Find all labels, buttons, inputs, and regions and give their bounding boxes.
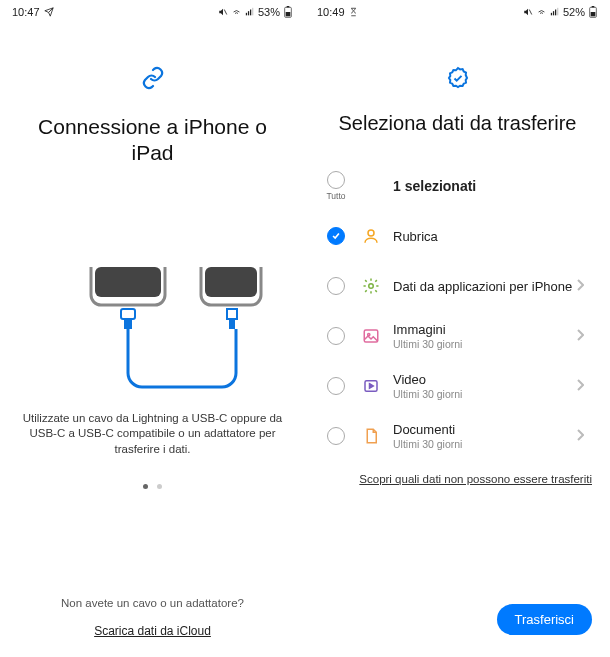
svg-line-14 bbox=[529, 10, 532, 15]
battery-text: 53% bbox=[258, 6, 280, 18]
battery-icon bbox=[588, 6, 598, 18]
selected-count: 1 selezionati bbox=[393, 178, 594, 194]
transfer-button[interactable]: Trasferisci bbox=[497, 604, 592, 635]
screen-connect: 10:47 53% Connessione a iPhone o iPad bbox=[0, 0, 305, 657]
svg-rect-1 bbox=[246, 13, 247, 15]
checkbox-images[interactable] bbox=[327, 327, 345, 345]
svg-rect-12 bbox=[227, 309, 237, 319]
check-badge-icon bbox=[305, 66, 610, 94]
list-item-video[interactable]: Video Ultimi 30 giorni bbox=[305, 361, 610, 411]
wifi-icon bbox=[231, 7, 242, 17]
svg-rect-7 bbox=[286, 12, 291, 16]
svg-rect-21 bbox=[591, 12, 596, 16]
battery-icon bbox=[283, 6, 293, 18]
page-title: Seleziona dati da trasferire bbox=[305, 112, 610, 135]
svg-rect-3 bbox=[250, 10, 251, 16]
document-icon bbox=[353, 427, 389, 445]
svg-point-22 bbox=[368, 230, 374, 236]
data-list: Tutto 1 selezionati Rubrica bbox=[305, 161, 610, 461]
svg-rect-16 bbox=[553, 11, 554, 15]
battery-text: 52% bbox=[563, 6, 585, 18]
send-icon bbox=[44, 7, 54, 17]
list-item-images[interactable]: Immagini Ultimi 30 giorni bbox=[305, 311, 610, 361]
svg-rect-20 bbox=[592, 6, 595, 7]
mute-icon bbox=[523, 7, 533, 17]
item-title: Dati da applicazioni per iPhone bbox=[393, 279, 576, 294]
item-sub: Ultimi 30 giorni bbox=[393, 338, 576, 350]
link-icon bbox=[0, 66, 305, 94]
svg-rect-8 bbox=[95, 267, 161, 297]
video-icon bbox=[353, 377, 389, 395]
page-title: Connessione a iPhone o iPad bbox=[0, 114, 305, 167]
image-icon bbox=[353, 327, 389, 345]
status-bar: 10:47 53% bbox=[0, 0, 305, 24]
svg-point-23 bbox=[369, 284, 374, 289]
gear-icon bbox=[353, 277, 389, 295]
svg-rect-4 bbox=[252, 8, 253, 15]
instruction-text: Utilizzate un cavo da Lightning a USB-C … bbox=[0, 411, 305, 458]
cannot-transfer-link[interactable]: Scopri quali dati non possono essere tra… bbox=[305, 461, 610, 485]
item-title: Immagini bbox=[393, 322, 576, 337]
item-sub: Ultimi 30 giorni bbox=[393, 438, 576, 450]
dot-inactive bbox=[157, 484, 162, 489]
svg-rect-11 bbox=[124, 319, 132, 329]
svg-rect-2 bbox=[248, 11, 249, 15]
item-sub: Ultimi 30 giorni bbox=[393, 388, 576, 400]
signal-icon bbox=[245, 7, 255, 17]
select-all-row: Tutto 1 selezionati bbox=[305, 161, 610, 211]
person-icon bbox=[353, 227, 389, 245]
checkbox-video[interactable] bbox=[327, 377, 345, 395]
page-dots bbox=[0, 475, 305, 493]
timer-icon bbox=[349, 7, 358, 17]
svg-rect-15 bbox=[551, 13, 552, 15]
svg-rect-9 bbox=[205, 267, 257, 297]
item-title: Rubrica bbox=[393, 229, 594, 244]
svg-rect-10 bbox=[121, 309, 135, 319]
svg-rect-17 bbox=[555, 10, 556, 16]
checkbox-documents[interactable] bbox=[327, 427, 345, 445]
icloud-link[interactable]: Scarica dati da iCloud bbox=[94, 624, 211, 638]
checkbox-appdata[interactable] bbox=[327, 277, 345, 295]
chevron-right-icon bbox=[576, 427, 594, 445]
list-item-documents[interactable]: Documenti Ultimi 30 giorni bbox=[305, 411, 610, 461]
checkbox-contacts[interactable] bbox=[327, 227, 345, 245]
status-time: 10:49 bbox=[317, 6, 345, 18]
cable-illustration bbox=[0, 267, 305, 401]
list-item-appdata[interactable]: Dati da applicazioni per iPhone bbox=[305, 261, 610, 311]
chevron-right-icon bbox=[576, 377, 594, 395]
status-time: 10:47 bbox=[12, 6, 40, 18]
svg-line-0 bbox=[224, 10, 227, 15]
select-all-checkbox[interactable] bbox=[327, 171, 345, 189]
dot-active bbox=[143, 484, 148, 489]
svg-rect-6 bbox=[287, 6, 290, 7]
chevron-right-icon bbox=[576, 277, 594, 295]
item-title: Documenti bbox=[393, 422, 576, 437]
mute-icon bbox=[218, 7, 228, 17]
item-title: Video bbox=[393, 372, 576, 387]
svg-rect-18 bbox=[557, 8, 558, 15]
wifi-icon bbox=[536, 7, 547, 17]
svg-rect-13 bbox=[229, 319, 235, 329]
question-text: Non avete un cavo o un adattatore? bbox=[0, 597, 305, 609]
select-all-label: Tutto bbox=[326, 191, 345, 201]
screen-select-data: 10:49 52% Seleziona dati da trasferire T… bbox=[305, 0, 610, 657]
chevron-right-icon bbox=[576, 327, 594, 345]
list-item-contacts[interactable]: Rubrica bbox=[305, 211, 610, 261]
status-bar: 10:49 52% bbox=[305, 0, 610, 24]
signal-icon bbox=[550, 7, 560, 17]
